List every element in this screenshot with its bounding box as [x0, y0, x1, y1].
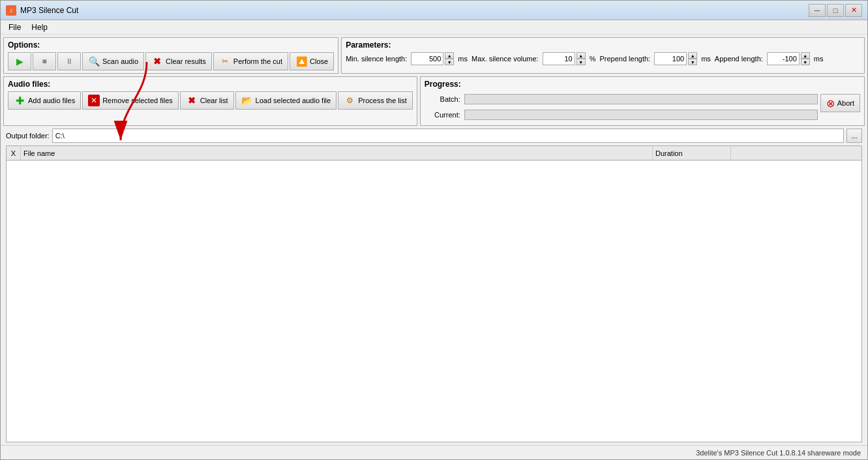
- menu-help[interactable]: Help: [26, 22, 53, 33]
- append-label: Append length:: [715, 55, 763, 63]
- min-silence-label: Min. silence length:: [346, 55, 407, 63]
- play-icon: ▶: [14, 55, 25, 67]
- batch-label: Batch:: [425, 95, 460, 103]
- output-folder-label: Output folder:: [6, 132, 50, 140]
- file-list-header: X File name Duration: [7, 146, 861, 161]
- browse-button[interactable]: ...: [846, 129, 862, 143]
- load-icon: 📂: [241, 95, 253, 106]
- clear-results-button[interactable]: ✖ Clear results: [145, 52, 212, 70]
- remove-files-button[interactable]: ✕ Remove selected files: [82, 91, 179, 110]
- process-icon: ⚙: [344, 95, 355, 106]
- max-volume-down[interactable]: ▼: [576, 59, 586, 65]
- append-unit: ms: [814, 55, 824, 63]
- audio-toolbar: ✚ Add audio files ✕ Remove selected file…: [8, 91, 413, 110]
- col-x-header: X: [7, 146, 21, 160]
- add-audio-button[interactable]: ✚ Add audio files: [8, 91, 81, 110]
- append-input[interactable]: [767, 52, 800, 65]
- prepend-down[interactable]: ▼: [688, 59, 697, 65]
- prepend-input-group: ▲ ▼: [654, 52, 697, 65]
- maximize-button[interactable]: □: [827, 4, 844, 17]
- remove-icon: ✕: [88, 95, 100, 106]
- app-icon: ♪: [6, 5, 16, 16]
- min-silence-input[interactable]: [411, 52, 443, 65]
- file-list: X File name Duration: [6, 146, 862, 442]
- perform-icon: ✂: [219, 55, 231, 67]
- append-input-group: ▲ ▼: [767, 52, 810, 65]
- clear-list-icon: ✖: [186, 95, 198, 106]
- stop-button[interactable]: ■: [33, 52, 56, 70]
- abort-button[interactable]: ⊗ Abort: [820, 94, 860, 112]
- col-extra-header: [731, 146, 861, 160]
- menu-file[interactable]: File: [3, 22, 26, 33]
- max-volume-unit: %: [590, 55, 596, 63]
- scan-audio-button[interactable]: 🔍 Scan audio: [82, 52, 144, 70]
- params-title: Parameters:: [346, 40, 860, 50]
- file-list-body: [7, 161, 861, 422]
- col-name-header: File name: [21, 146, 653, 160]
- close-button[interactable]: 🔼 Close: [290, 52, 334, 70]
- col-duration-header: Duration: [653, 146, 731, 160]
- stop-icon: ■: [38, 55, 50, 67]
- scan-icon: 🔍: [88, 55, 100, 67]
- status-text: 3delite's MP3 Silence Cut 1.0.8.14 share…: [696, 449, 861, 457]
- pause-icon: ⏸: [63, 55, 75, 67]
- window-title: MP3 Silence Cut: [20, 6, 78, 15]
- clear-results-icon: ✖: [151, 55, 163, 67]
- append-spinner: ▲ ▼: [801, 52, 810, 65]
- load-audio-button[interactable]: 📂 Load selected audio file: [235, 91, 337, 110]
- current-progress-bar: [464, 110, 818, 120]
- current-label: Current:: [425, 111, 460, 119]
- options-title: Options:: [8, 40, 334, 50]
- perform-cut-button[interactable]: ✂ Perform the cut: [213, 52, 288, 70]
- add-icon: ✚: [14, 95, 25, 106]
- max-volume-label: Max. silence volume:: [471, 55, 539, 63]
- min-silence-spinner: ▲ ▼: [445, 52, 454, 65]
- progress-title: Progress:: [425, 80, 860, 89]
- pause-button[interactable]: ⏸: [57, 52, 81, 70]
- minimize-button[interactable]: ─: [809, 4, 826, 17]
- max-volume-spinner: ▲ ▼: [576, 52, 586, 65]
- min-silence-unit: ms: [458, 55, 468, 63]
- prepend-unit: ms: [701, 55, 711, 63]
- max-volume-input[interactable]: [543, 52, 575, 65]
- abort-icon: ⊗: [826, 97, 835, 110]
- prepend-input[interactable]: [654, 52, 687, 65]
- close-app-icon: 🔼: [295, 55, 307, 67]
- min-silence-input-group: ▲ ▼: [411, 52, 454, 65]
- process-list-button[interactable]: ⚙ Process the list: [338, 91, 413, 110]
- batch-progress-bar: [464, 94, 818, 104]
- append-down[interactable]: ▼: [801, 59, 810, 65]
- prepend-up[interactable]: ▲: [688, 52, 697, 59]
- append-up[interactable]: ▲: [801, 52, 810, 59]
- max-volume-up[interactable]: ▲: [576, 52, 586, 59]
- audio-files-title: Audio files:: [8, 80, 413, 89]
- options-toolbar: ▶ ■ ⏸ 🔍 Scan audio: [8, 52, 334, 70]
- max-volume-input-group: ▲ ▼: [543, 52, 586, 65]
- play-button[interactable]: ▶: [8, 52, 31, 70]
- clear-list-button[interactable]: ✖ Clear list: [180, 91, 234, 110]
- window-close-button[interactable]: ✕: [845, 4, 862, 17]
- prepend-label: Prepend length:: [599, 55, 650, 63]
- min-silence-down[interactable]: ▼: [445, 59, 454, 65]
- min-silence-up[interactable]: ▲: [445, 52, 454, 59]
- prepend-spinner: ▲ ▼: [688, 52, 697, 65]
- output-folder-input[interactable]: [52, 129, 844, 143]
